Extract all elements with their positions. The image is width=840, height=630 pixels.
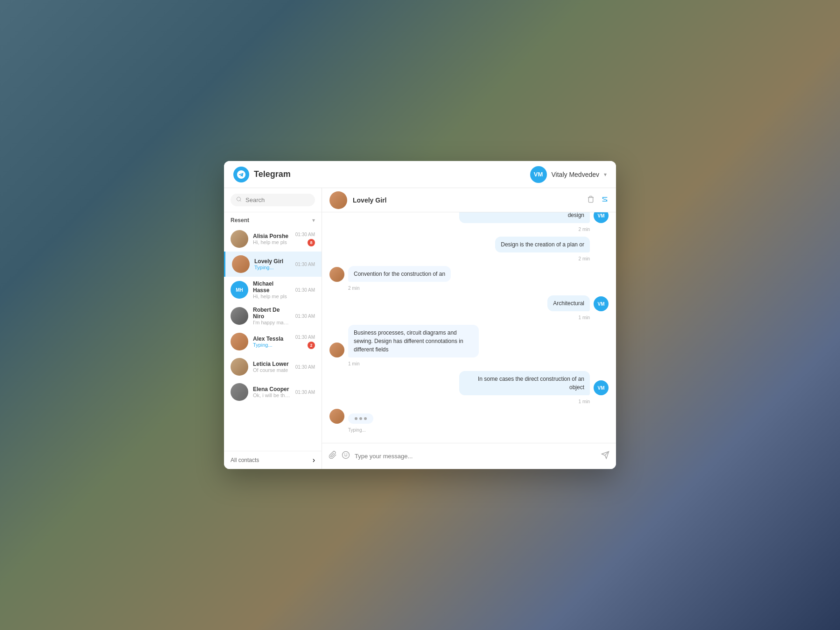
logo-area: Telegram: [233, 167, 291, 182]
app-title: Telegram: [254, 169, 291, 179]
contact-item[interactable]: Alisia PorsheHi, help me pls01:30 AM8: [224, 226, 322, 252]
message-row: Business processes, circuit diagrams and…: [329, 325, 609, 357]
contact-name: Michael Hasse: [253, 280, 291, 294]
contact-info: Leticia LowerOf course mate: [253, 361, 291, 373]
message-time: 2 min: [329, 285, 609, 294]
message-avatar: VM: [594, 296, 609, 311]
contact-preview: Typing...: [254, 265, 291, 270]
top-bar-right: VM Vitaly Medvedev ▾: [530, 166, 607, 183]
contact-avatar: [231, 333, 248, 350]
contact-avatar: [232, 255, 250, 273]
contact-item[interactable]: Robert De NiroI'm happy man what u love …: [224, 303, 322, 329]
chat-header-actions: [587, 196, 609, 205]
chevron-down-icon[interactable]: ▾: [604, 171, 607, 178]
message-input[interactable]: [355, 453, 596, 460]
typing-avatar: [329, 409, 344, 424]
message-row: VMA designer's sequence of activities is…: [329, 212, 609, 223]
message-time: 2 min: [329, 255, 609, 264]
contact-info: Alex TesslaTyping...: [253, 336, 291, 348]
contact-item[interactable]: Alex TesslaTyping...01:30 AM2: [224, 329, 322, 354]
contact-item[interactable]: MHMichael HasseHi, help me pls01:30 AM: [224, 277, 322, 303]
contact-name: Robert De Niro: [253, 307, 291, 320]
contact-preview: Of course mate: [253, 367, 291, 373]
contact-item[interactable]: Leticia LowerOf course mate01:30 AM: [224, 354, 322, 379]
contact-name: Lovely Girl: [254, 258, 291, 265]
search-area: [224, 188, 322, 212]
message-avatar: [329, 267, 344, 282]
message-bubble: Design is the creation of a plan or: [495, 237, 590, 252]
sidebar: Resent ▾ Alisia PorsheHi, help me pls01:…: [224, 188, 322, 469]
unread-badge: 8: [308, 239, 315, 246]
input-area: [322, 443, 616, 469]
message-time: 2 min: [329, 226, 609, 235]
contact-info: Lovely GirlTyping...: [254, 258, 291, 270]
contact-avatar: [231, 307, 248, 325]
contact-time: 01:30 AM: [295, 232, 315, 237]
contact-name: Leticia Lower: [253, 361, 291, 367]
contact-avatar: MH: [231, 281, 248, 299]
contact-info: Robert De NiroI'm happy man what u love …: [253, 307, 291, 325]
telegram-logo: [233, 167, 249, 182]
emoji-icon[interactable]: [342, 451, 350, 462]
message-row: VMArchitectural: [329, 295, 609, 311]
contact-preview: Hi, help me pls: [253, 239, 291, 245]
trash-icon[interactable]: [587, 196, 595, 205]
search-icon: [236, 196, 242, 203]
send-icon[interactable]: [601, 451, 609, 462]
contact-avatar: [231, 383, 248, 401]
filter-settings-icon[interactable]: [601, 196, 609, 205]
message-time: 1 min: [329, 360, 609, 369]
message-avatar: VM: [594, 212, 609, 223]
chat-header: Lovely Girl: [322, 188, 616, 212]
contact-info: Michael HasseHi, help me pls: [253, 280, 291, 299]
message-time: 1 min: [329, 398, 609, 407]
user-avatar-top: VM: [530, 166, 547, 183]
unread-badge: 2: [308, 342, 315, 349]
search-input-wrapper[interactable]: [231, 194, 315, 206]
contact-meta: 01:30 AM: [295, 390, 315, 395]
message-bubble: Business processes, circuit diagrams and…: [348, 325, 479, 357]
contact-item[interactable]: Elena CooperOk, i will be there01:30 AM: [224, 379, 322, 405]
all-contacts-label: All contacts: [231, 457, 259, 463]
all-contacts[interactable]: All contacts ›: [224, 451, 322, 469]
contact-meta: 01:30 AM: [295, 262, 315, 267]
main-content: Resent ▾ Alisia PorsheHi, help me pls01:…: [224, 188, 616, 469]
message-row: Convention for the construction of an: [329, 266, 609, 282]
message-time: 1 min: [329, 314, 609, 323]
contact-name: Alex Tessla: [253, 336, 291, 342]
svg-point-5: [343, 452, 350, 459]
chat-contact-name: Lovely Girl: [353, 196, 581, 204]
contact-item[interactable]: Lovely GirlTyping...01:30 AM: [224, 252, 322, 277]
contact-preview: I'm happy man what u love it...: [253, 320, 291, 325]
recent-arrow-icon: ▾: [312, 217, 315, 224]
messages-area: 3 min The person designing is called a d…: [322, 212, 616, 443]
message-row: Design is the creation of a plan or: [329, 237, 609, 252]
chat-contact-avatar: [329, 191, 347, 209]
contact-time: 01:30 AM: [295, 287, 315, 293]
contact-preview: Hi, help me pls: [253, 294, 291, 299]
contact-meta: 01:30 AM: [295, 364, 315, 370]
message-bubble: Architectural: [547, 295, 590, 311]
app-window: Telegram VM Vitaly Medvedev ▾: [224, 161, 616, 469]
attachment-icon[interactable]: [329, 451, 337, 462]
contact-preview: Typing...: [253, 342, 291, 348]
user-name-top: Vitaly Medvedev: [552, 171, 599, 178]
recent-section-header: Resent ▾: [224, 212, 322, 226]
typing-text: Typing...: [329, 427, 609, 435]
message-bubble: In some cases the direct construction of…: [459, 371, 590, 395]
recent-label: Resent: [231, 217, 249, 224]
contact-preview: Ok, i will be there: [253, 392, 291, 398]
message-row: VMIn some cases the direct construction …: [329, 371, 609, 395]
contact-time: 01:30 AM: [295, 390, 315, 395]
contact-time: 01:30 AM: [295, 335, 315, 340]
contact-time: 01:30 AM: [295, 364, 315, 370]
typing-dot: [359, 417, 362, 420]
typing-row: [329, 409, 609, 424]
chat-area: Lovely Girl: [322, 188, 616, 469]
search-input[interactable]: [245, 196, 309, 203]
top-bar: Telegram VM Vitaly Medvedev ▾: [224, 161, 616, 188]
contact-meta: 01:30 AM2: [295, 335, 315, 349]
message-bubble: Convention for the construction of an: [348, 266, 451, 282]
contact-name: Elena Cooper: [253, 386, 291, 392]
typing-dot: [364, 417, 367, 420]
